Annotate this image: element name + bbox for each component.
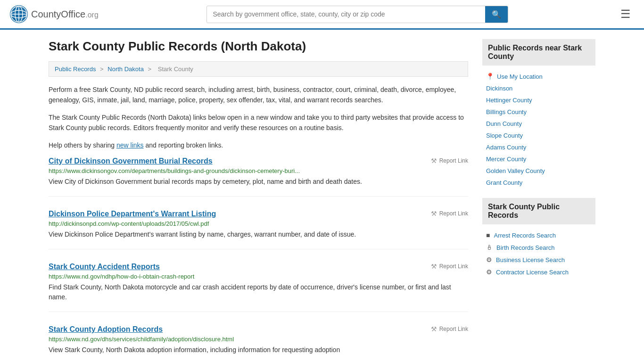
result-title[interactable]: Stark County Adoption Records — [49, 325, 163, 334]
result-desc: View Stark County, North Dakota adoption… — [49, 345, 468, 355]
report-label: Report Link — [439, 263, 468, 270]
result-url[interactable]: https://www.dickinsongov.com/departments… — [49, 167, 468, 174]
result-url[interactable]: http://dickinsonpd.com/wp-content/upload… — [49, 220, 468, 227]
record-icon: 🕯 — [486, 244, 493, 251]
report-label: Report Link — [439, 157, 468, 164]
logo-icon — [9, 5, 28, 24]
nearby-link[interactable]: Billings County — [482, 106, 595, 118]
report-link[interactable]: ⚒ Report Link — [431, 157, 468, 165]
records-section: Stark County Public Records ■Arrest Reco… — [482, 198, 595, 278]
breadcrumb-stark-county: Stark County — [158, 66, 193, 73]
result-header: City of Dickinson Government Burial Reco… — [49, 157, 468, 167]
report-icon: ⚒ — [431, 157, 437, 165]
result-desc: View Dickinson Police Department's warra… — [49, 230, 468, 239]
breadcrumb: Public Records > North Dakota > Stark Co… — [49, 61, 468, 77]
result-desc: View City of Dickinson Government burial… — [49, 177, 468, 187]
sidebar: Public Records near Stark County 📍 Use M… — [482, 39, 595, 362]
description-1: Perform a free Stark County, ND public r… — [49, 84, 468, 106]
nearby-links-list: DickinsonHettinger CountyBillings County… — [482, 82, 595, 189]
main-container: Stark County Public Records (North Dakot… — [39, 30, 605, 362]
record-label: Birth Records Search — [496, 244, 555, 251]
menu-icon[interactable]: ☰ — [617, 6, 635, 23]
nearby-link[interactable]: Adams County — [482, 141, 595, 153]
record-label: Business License Search — [496, 256, 565, 263]
nearby-link[interactable]: Dunn County — [482, 118, 595, 130]
nearby-link[interactable]: Dickinson — [482, 82, 595, 94]
logo-brand: CountyOffice — [31, 9, 85, 19]
breadcrumb-sep1: > — [100, 66, 104, 73]
report-icon: ⚒ — [431, 263, 437, 270]
result-url[interactable]: https://www.nd.gov/ndhp/how-do-i-obtain-… — [49, 273, 468, 280]
results-list: City of Dickinson Government Burial Reco… — [49, 157, 468, 362]
report-label: Report Link — [439, 326, 468, 332]
result-header: Stark County Adoption Records ⚒ Report L… — [49, 325, 468, 336]
report-link[interactable]: ⚒ Report Link — [431, 263, 468, 270]
record-link[interactable]: ⚙Contractor License Search — [482, 266, 595, 278]
nearby-link[interactable]: Grant County — [482, 177, 595, 189]
result-url[interactable]: https://www.nd.gov/dhs/services/childfam… — [49, 336, 468, 343]
search-button[interactable]: 🔍 — [485, 6, 508, 23]
result-item: Stark County Adoption Records ⚒ Report L… — [49, 325, 468, 362]
nearby-link[interactable]: Hettinger County — [482, 94, 595, 106]
search-icon: 🔍 — [492, 10, 501, 18]
result-header: Dickinson Police Department's Warrant Li… — [49, 210, 468, 220]
logo-text: CountyOffice.org — [31, 9, 99, 20]
use-my-location-label: Use My Location — [497, 73, 543, 80]
breadcrumb-north-dakota[interactable]: North Dakota — [107, 66, 144, 73]
nearby-section-title: Public Records near Stark County — [482, 39, 595, 66]
search-input[interactable] — [207, 7, 485, 22]
result-item: Stark County Accident Reports ⚒ Report L… — [49, 263, 468, 312]
desc3-suffix: and reporting broken links. — [144, 141, 223, 149]
result-title[interactable]: Dickinson Police Department's Warrant Li… — [49, 210, 216, 218]
report-label: Report Link — [439, 210, 468, 217]
record-icon: ⚙ — [486, 268, 492, 276]
record-label: Contractor License Search — [496, 269, 569, 276]
desc3-prefix: Help others by sharing — [49, 141, 116, 149]
result-title[interactable]: City of Dickinson Government Burial Reco… — [49, 157, 213, 165]
record-link[interactable]: ⚙Business License Search — [482, 254, 595, 266]
logo-org: .org — [85, 11, 99, 19]
report-icon: ⚒ — [431, 210, 437, 217]
nearby-link[interactable]: Golden Valley County — [482, 165, 595, 177]
record-icon: ⚙ — [486, 256, 492, 263]
result-title[interactable]: Stark County Accident Reports — [49, 263, 160, 271]
new-links-link[interactable]: new links — [116, 141, 144, 149]
record-link[interactable]: ■Arrest Records Search — [482, 229, 595, 241]
breadcrumb-public-records[interactable]: Public Records — [55, 66, 96, 73]
report-link[interactable]: ⚒ Report Link — [431, 210, 468, 217]
result-item: Dickinson Police Department's Warrant Li… — [49, 210, 468, 249]
report-icon: ⚒ — [431, 325, 437, 333]
record-icon: ■ — [486, 231, 490, 239]
logo-area: CountyOffice.org — [9, 5, 99, 24]
record-label: Arrest Records Search — [494, 232, 556, 239]
nearby-link[interactable]: Mercer County — [482, 153, 595, 165]
records-section-title: Stark County Public Records — [482, 198, 595, 224]
record-link[interactable]: 🕯Birth Records Search — [482, 241, 595, 254]
result-header: Stark County Accident Reports ⚒ Report L… — [49, 263, 468, 273]
description-2: The Stark County Public Records (North D… — [49, 112, 468, 133]
breadcrumb-sep2: > — [148, 66, 152, 73]
description-3: Help others by sharing new links and rep… — [49, 140, 468, 150]
result-desc: Find Stark County, North Dakota motorcyc… — [49, 282, 468, 302]
search-bar: 🔍 — [206, 6, 508, 23]
records-links-list: ■Arrest Records Search🕯Birth Records Sea… — [482, 229, 595, 278]
report-link[interactable]: ⚒ Report Link — [431, 325, 468, 333]
header: CountyOffice.org 🔍 ☰ — [0, 0, 644, 30]
content-area: Stark County Public Records (North Dakot… — [49, 39, 468, 362]
page-title: Stark County Public Records (North Dakot… — [49, 39, 468, 54]
nearby-link[interactable]: Slope County — [482, 130, 595, 141]
result-item: City of Dickinson Government Burial Reco… — [49, 157, 468, 197]
location-icon: 📍 — [486, 73, 494, 80]
use-my-location[interactable]: 📍 Use My Location — [482, 70, 595, 82]
